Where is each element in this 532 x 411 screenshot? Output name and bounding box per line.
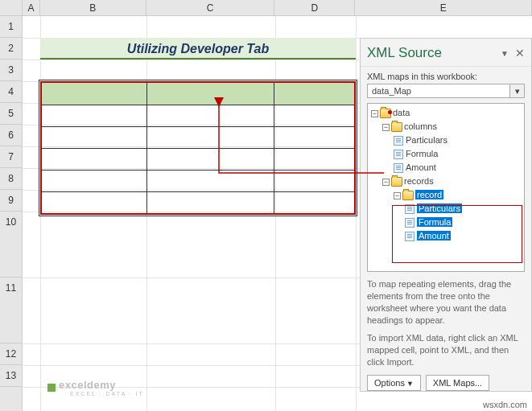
collapse-icon[interactable]: −: [382, 124, 390, 131]
chevron-down-icon[interactable]: ▾: [509, 84, 524, 97]
maps-label: XML maps in this workbook:: [367, 72, 525, 81]
footer-url: wsxdn.com: [483, 400, 527, 409]
row-headers: 1 2 3 4 5 6 7 8 9 10 11 12 13: [0, 16, 23, 411]
row-header-9[interactable]: 9: [0, 190, 22, 212]
caret-down-icon: ▼: [406, 380, 414, 388]
row-header-2[interactable]: 2: [0, 38, 22, 60]
collapse-icon[interactable]: −: [394, 192, 401, 199]
help-text: To map repeating elements, drag the elem…: [367, 278, 525, 368]
col-header-C[interactable]: C: [146, 0, 275, 15]
row-header-4[interactable]: 4: [0, 81, 22, 103]
xml-tree[interactable]: −data −columns Particulars Formula Amoun…: [367, 103, 525, 272]
xml-pane-title: XML Source: [367, 45, 501, 61]
folder-icon: [391, 177, 402, 187]
select-all-corner[interactable]: [0, 0, 23, 15]
element-icon: [405, 218, 414, 228]
table-row[interactable]: [42, 191, 354, 213]
tree-leaf-selected[interactable]: Amount: [417, 231, 451, 240]
row-header-8[interactable]: 8: [0, 168, 22, 190]
xml-source-pane: XML Source ▼ ✕ XML maps in this workbook…: [360, 38, 532, 392]
data-table[interactable]: [40, 81, 356, 215]
table-row[interactable]: [42, 148, 354, 170]
row-header-3[interactable]: 3: [0, 60, 22, 81]
folder-icon: [402, 191, 414, 200]
row-header-12[interactable]: 12: [0, 343, 22, 365]
xml-map-select[interactable]: data_Map ▾: [367, 84, 525, 98]
tree-node-data[interactable]: data: [393, 108, 410, 117]
element-icon: [405, 204, 414, 214]
row-header-7[interactable]: 7: [0, 146, 22, 168]
tree-leaf-selected[interactable]: Formula: [417, 217, 452, 227]
xml-map-value: data_Map: [368, 84, 509, 97]
element-icon: [405, 232, 414, 241]
column-headers: A B C D E: [0, 0, 532, 16]
table-header-row[interactable]: [42, 83, 354, 105]
row-header-6[interactable]: 6: [0, 125, 22, 146]
logo-icon: [47, 384, 56, 392]
col-header-E[interactable]: E: [355, 0, 532, 15]
collapse-icon[interactable]: −: [382, 179, 390, 186]
row-header-13[interactable]: 13: [0, 365, 22, 387]
tree-node-columns[interactable]: columns: [404, 121, 437, 131]
worksheet-grid[interactable]: Utilizing Developer Tab XML Source ▼ ✕ X…: [23, 16, 532, 411]
tree-leaf[interactable]: Particulars: [406, 135, 447, 145]
tree-leaf[interactable]: Amount: [406, 162, 436, 172]
table-row[interactable]: [42, 170, 354, 191]
table-header-cell[interactable]: [147, 83, 274, 105]
col-header-B[interactable]: B: [40, 0, 146, 15]
table-header-cell[interactable]: [274, 83, 354, 105]
element-icon: [394, 150, 403, 159]
close-icon[interactable]: ✕: [515, 47, 525, 60]
folder-icon: [380, 109, 391, 118]
xml-maps-button[interactable]: XML Maps...: [426, 375, 489, 391]
watermark-logo: exceldemy EXCEL · DATA · IT: [47, 379, 144, 397]
row-header-5[interactable]: 5: [0, 103, 22, 125]
page-title: Utilizing Developer Tab: [40, 38, 356, 60]
table-header-cell[interactable]: [42, 83, 147, 105]
element-icon: [394, 163, 403, 173]
tree-node-records[interactable]: records: [404, 176, 434, 186]
row-header-11[interactable]: 11: [0, 277, 22, 343]
element-icon: [394, 136, 403, 146]
tree-leaf[interactable]: Formula: [406, 149, 438, 158]
folder-icon: [391, 122, 402, 132]
pane-menu-icon[interactable]: ▼: [501, 49, 509, 58]
tree-node-record[interactable]: record: [415, 190, 443, 199]
table-row[interactable]: [42, 105, 354, 126]
col-header-A[interactable]: A: [23, 0, 40, 15]
tree-leaf-selected[interactable]: Particulars: [417, 203, 462, 213]
table-row[interactable]: [42, 126, 354, 148]
row-header-1[interactable]: 1: [0, 16, 22, 38]
options-button[interactable]: Options▼: [367, 375, 421, 391]
collapse-icon[interactable]: −: [371, 110, 378, 117]
row-header-10[interactable]: 10: [0, 212, 22, 277]
col-header-D[interactable]: D: [274, 0, 355, 15]
